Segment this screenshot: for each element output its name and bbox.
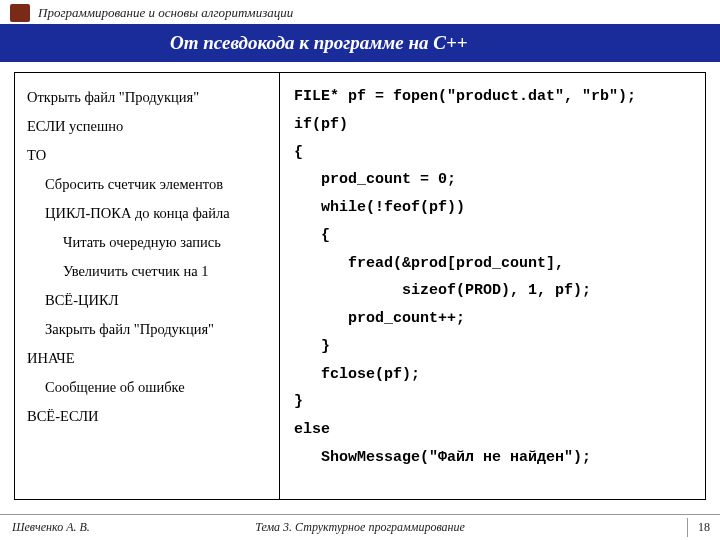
pseudocode-line: Читать очередную запись (27, 228, 269, 257)
book-icon (10, 4, 30, 22)
pseudocode-line: ТО (27, 141, 269, 170)
pseudocode-line: Закрыть файл "Продукция" (27, 315, 269, 344)
topbar: Программирование и основы алгоритмизации (0, 0, 720, 24)
pseudocode-line: Сообщение об ошибке (27, 373, 269, 402)
pseudocode-line: ВСЁ-ЦИКЛ (27, 286, 269, 315)
course-title: Программирование и основы алгоритмизации (38, 5, 293, 21)
pseudocode-line: ИНАЧЕ (27, 344, 269, 373)
page-number: 18 (687, 518, 720, 537)
two-column-box: Открыть файл "Продукция"ЕСЛИ успешноТОСб… (14, 72, 706, 500)
pseudocode-line: Увеличить счетчик на 1 (27, 257, 269, 286)
title-band: От псевдокода к программе на С++ (0, 24, 720, 62)
pseudocode-line: ЕСЛИ успешно (27, 112, 269, 141)
pseudocode-line: Открыть файл "Продукция" (27, 83, 269, 112)
footer: Шевченко А. В. Тема 3. Структурное прогр… (0, 514, 720, 540)
slide-title: От псевдокода к программе на С++ (170, 32, 468, 54)
footer-topic: Тема 3. Структурное программирование (0, 520, 720, 535)
pseudocode-line: ВСЁ-ЕСЛИ (27, 402, 269, 431)
pseudocode-line: ЦИКЛ-ПОКА до конца файла (27, 199, 269, 228)
pseudocode-column: Открыть файл "Продукция"ЕСЛИ успешноТОСб… (15, 73, 280, 499)
content-area: Открыть файл "Продукция"ЕСЛИ успешноТОСб… (0, 62, 720, 514)
footer-author: Шевченко А. В. (12, 520, 90, 535)
code-column: FILE* pf = fopen("product.dat", "rb"); i… (280, 73, 705, 499)
slide: Программирование и основы алгоритмизации… (0, 0, 720, 540)
pseudocode-line: Сбросить счетчик элементов (27, 170, 269, 199)
